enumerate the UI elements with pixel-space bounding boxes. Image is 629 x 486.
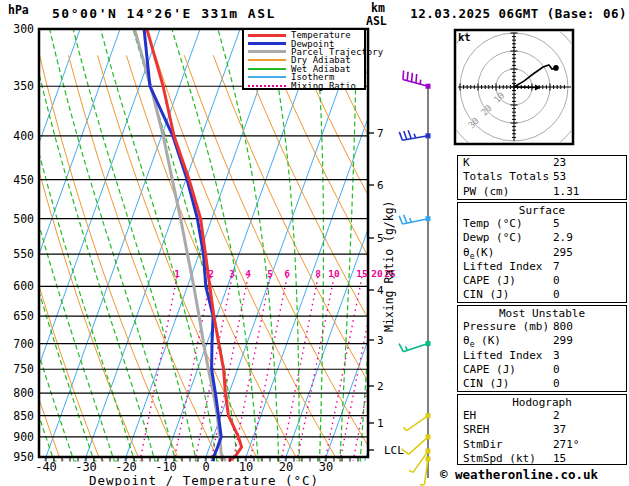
table-row-value: 1.31 xyxy=(553,185,580,200)
legend: TemperatureDewpointParcel TrajectoryDry … xyxy=(242,28,366,90)
svg-text:15: 15 xyxy=(356,268,368,279)
svg-text:600: 600 xyxy=(13,279,34,293)
svg-text:-20: -20 xyxy=(115,460,137,474)
table-row-value: 23 xyxy=(553,156,566,171)
table-row-value: 299 xyxy=(553,334,573,349)
table-row: PW (cm)1.31 xyxy=(458,185,626,199)
table-row-label: Pressure (mb) xyxy=(463,320,549,333)
table-row-value: 5 xyxy=(553,217,560,232)
legend-swatch-parcel-trajectory xyxy=(248,50,286,53)
legend-swatch-mixing-ratio xyxy=(248,85,286,87)
table-row-label: θe (K) xyxy=(463,334,501,347)
hodograph-unit-label: kt xyxy=(458,31,471,43)
table-row: Temp (°C)5 xyxy=(458,217,626,231)
table-row-label: Temp (°C) xyxy=(463,217,523,230)
table-row: θe(K)295 xyxy=(458,246,626,260)
table-row-label: θe(K) xyxy=(463,246,494,259)
svg-text:8: 8 xyxy=(315,268,321,279)
table-row-value: 271° xyxy=(553,438,580,453)
table-section-title: Most Unstable xyxy=(458,306,626,320)
svg-text:1: 1 xyxy=(377,417,384,430)
table-section-title: Surface xyxy=(458,203,626,217)
table-row-value: 0 xyxy=(553,274,560,289)
table-row-value: 7 xyxy=(553,260,560,275)
copyright: © weatheronline.co.uk xyxy=(440,467,598,482)
svg-text:10: 10 xyxy=(239,460,253,474)
mixing-ratio-axis-title: Mixing Ratio (g/kg) xyxy=(382,212,396,332)
svg-text:4: 4 xyxy=(245,268,251,279)
table-row-label: StmDir xyxy=(463,438,503,451)
legend-swatch-wet-adiabat xyxy=(248,68,286,70)
table-row-value: 3 xyxy=(553,349,560,364)
table-row: Dewp (°C)2.9 xyxy=(458,231,626,245)
legend-label: Mixing Ratio xyxy=(291,82,356,90)
skewt-sounding-app: 1234568101520253003504004505005506006507… xyxy=(0,0,629,486)
svg-text:10: 10 xyxy=(328,268,340,279)
table-row-label: CAPE (J) xyxy=(463,274,516,287)
table-row-label: Lifted Index xyxy=(463,349,542,362)
svg-text:300: 300 xyxy=(13,22,34,36)
surface-table: SurfaceTemp (°C)5Dewp (°C)2.9θe(K)295Lif… xyxy=(457,202,627,303)
svg-text:7: 7 xyxy=(377,127,384,140)
table-row-label: PW (cm) xyxy=(463,185,509,198)
table-section-title: Hodograph xyxy=(458,395,626,409)
table-row: Lifted Index3 xyxy=(458,349,626,363)
legend-item: Mixing Ratio xyxy=(248,81,364,89)
table-row-label: CIN (J) xyxy=(463,288,509,301)
table-row: CAPE (J)0 xyxy=(458,363,626,377)
table-row: K23 xyxy=(458,156,626,170)
datetime-label: 12.03.2025 06GMT (Base: 06) xyxy=(410,6,627,21)
svg-text:-40: -40 xyxy=(35,460,57,474)
svg-text:650: 650 xyxy=(13,309,34,323)
table-row-value: 0 xyxy=(553,363,560,378)
table-row-label: Lifted Index xyxy=(463,260,542,273)
svg-text:2: 2 xyxy=(377,380,384,393)
svg-text:0: 0 xyxy=(202,460,209,474)
table-row-label: K xyxy=(463,156,470,169)
lcl-label: LCL xyxy=(384,444,404,457)
table-row-value: 0 xyxy=(553,288,560,303)
table-row: Lifted Index7 xyxy=(458,260,626,274)
svg-text:900: 900 xyxy=(13,430,34,444)
table-row: StmDir271° xyxy=(458,438,626,452)
table-row-label: Dewp (°C) xyxy=(463,231,523,244)
legend-label: Temperature xyxy=(291,31,351,39)
table-row-label: CAPE (J) xyxy=(463,363,516,376)
svg-text:3: 3 xyxy=(377,334,384,347)
table-row-label: SREH xyxy=(463,423,490,436)
svg-text:20: 20 xyxy=(279,460,293,474)
svg-text:550: 550 xyxy=(13,247,34,261)
svg-text:30: 30 xyxy=(319,460,333,474)
svg-text:350: 350 xyxy=(13,79,34,93)
legend-swatch-temperature xyxy=(248,34,286,37)
legend-label: Isotherm xyxy=(291,73,334,81)
legend-swatch-isotherm xyxy=(248,76,286,78)
table-row-value: 295 xyxy=(553,246,573,261)
svg-text:5: 5 xyxy=(267,268,273,279)
legend-swatch-dewpoint xyxy=(248,42,286,45)
table-row-label: StmSpd (kt) xyxy=(463,452,536,465)
table-row: Totals Totals53 xyxy=(458,170,626,184)
x-axis-title: Dewpoint / Temperature (°C) xyxy=(39,473,369,486)
table-row: θe (K)299 xyxy=(458,334,626,348)
table-row-label: Totals Totals xyxy=(463,170,549,183)
asl-axis-unit-label: ASL xyxy=(366,14,387,28)
table-row: Pressure (mb)800 xyxy=(458,320,626,334)
svg-text:6: 6 xyxy=(284,268,290,279)
table-row: CIN (J)0 xyxy=(458,288,626,302)
table-row: CIN (J)0 xyxy=(458,377,626,391)
most-unstable-table: Most UnstablePressure (mb)800θe (K)299Li… xyxy=(457,305,627,392)
svg-text:800: 800 xyxy=(13,386,34,400)
svg-text:6: 6 xyxy=(377,179,384,192)
table-row-value: 2 xyxy=(553,409,560,424)
legend-swatch-dry-adiabat xyxy=(248,59,286,61)
table-row: CAPE (J)0 xyxy=(458,274,626,288)
svg-text:850: 850 xyxy=(13,409,34,423)
table-row-label: EH xyxy=(463,409,476,422)
svg-text:400: 400 xyxy=(13,129,34,143)
table-row-value: 2.9 xyxy=(553,231,573,246)
svg-text:500: 500 xyxy=(13,212,34,226)
table-row: StmSpd (kt)15 xyxy=(458,452,626,466)
table-row: EH2 xyxy=(458,409,626,423)
svg-text:750: 750 xyxy=(13,362,34,376)
